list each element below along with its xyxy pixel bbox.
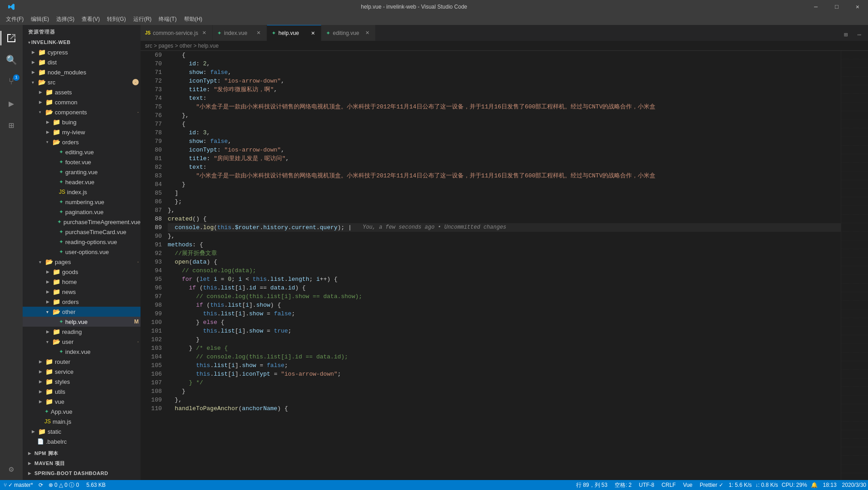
tree-item-header-vue[interactable]: ✦header.vue <box>23 177 141 187</box>
code-lines: { id: 2, show: false, iconTypt: "ios-arr… <box>165 51 841 480</box>
code-line-96: if (this.list[i].id == data.id) { <box>168 284 841 292</box>
maximize-button[interactable]: □ <box>826 0 847 14</box>
tree-item-pages[interactable]: ▾ 📂pages · <box>23 257 141 267</box>
tree-item-assets[interactable]: ▶ 📁assets <box>23 87 141 97</box>
tree-item-index-js[interactable]: JSindex.js <box>23 187 141 197</box>
tree-item-service[interactable]: ▶ 📁service <box>23 367 141 377</box>
activity-extensions[interactable]: ⊞ <box>0 114 22 136</box>
title-bar: help.vue - invelink-web - Visual Studio … <box>0 0 868 14</box>
network-up-label: 1: 5.6 K/s <box>729 482 752 488</box>
menu-select[interactable]: 选择(S) <box>53 15 78 24</box>
tree-item-purchase-agreement-vue[interactable]: ✦purchaseTimeAgreement.vue <box>23 217 141 227</box>
tree-item-home[interactable]: ▶ 📁home <box>23 277 141 287</box>
tab-editing-vue-close[interactable]: ✕ <box>364 29 371 37</box>
tree-item-other[interactable]: ▾ 📂other <box>23 307 141 317</box>
tree-item-granting-vue[interactable]: ✦granting.vue <box>23 167 141 177</box>
tree-item-goods[interactable]: ▶ 📁goods <box>23 267 141 277</box>
status-line-ending[interactable]: CRLF <box>658 480 679 490</box>
breadcrumb-bar: src > pages > other > help.vue <box>141 41 868 51</box>
tree-item-user-options-vue[interactable]: ✦user-options.vue <box>23 247 141 257</box>
tree-section-maven[interactable]: ▶ MAVEN 项目 <box>23 458 141 468</box>
tab-help-vue[interactable]: ✦ help.vue ✕ <box>267 25 321 41</box>
tree-item-footer-vue[interactable]: ✦footer.vue <box>23 157 141 167</box>
status-errors[interactable]: ⊗ 0 △ 0 ⓘ 0 <box>45 480 83 490</box>
minimize-button[interactable]: ─ <box>805 0 826 14</box>
menu-edit[interactable]: 编辑(E) <box>27 15 53 24</box>
tree-item-pagination-vue[interactable]: ✦pagination.vue <box>23 207 141 217</box>
tree-item-utils[interactable]: ▶ 📁utils <box>23 387 141 397</box>
close-button[interactable]: ✕ <box>847 0 868 14</box>
tab-index-vue-close[interactable]: ✕ <box>255 29 262 37</box>
tree-item-reading-options-vue[interactable]: ✦reading-options.vue <box>23 237 141 247</box>
activity-remote[interactable]: ⚙ <box>0 458 22 480</box>
tree-item-dist[interactable]: ▶ 📁dist <box>23 57 141 67</box>
tree-item-news[interactable]: ▶ 📁news <box>23 287 141 297</box>
tree-item-root[interactable]: ▾ INVELINK-WEB <box>23 37 141 47</box>
tree-section-npm[interactable]: ▶ NPM 脚本 <box>23 448 141 458</box>
tree-item-numbering-vue[interactable]: ✦numbering.vue <box>23 197 141 207</box>
tree-item-babelrc[interactable]: 📄.babelrc <box>23 436 141 446</box>
tab-index-vue[interactable]: ✦ index.vue ✕ <box>213 25 267 41</box>
more-actions-icon[interactable]: ⋯ <box>853 28 866 41</box>
status-right: 行 89，列 53 空格: 2 UTF-8 CRLF Vue Prettier … <box>572 480 868 490</box>
breadcrumb: src > pages > other > help.vue <box>145 43 218 49</box>
tree-item-purchase-card-vue[interactable]: ✦purchaseTimeCard.vue <box>23 227 141 237</box>
tree-item-main-js[interactable]: JSmain.js <box>23 416 141 426</box>
status-sync[interactable]: ⟳ <box>37 480 45 490</box>
tree-item-user-index-vue[interactable]: ✦index.vue <box>23 347 141 357</box>
tree-item-cypress[interactable]: ▶ 📁cypress <box>23 47 141 57</box>
status-spaces[interactable]: 空格: 2 <box>611 480 635 490</box>
code-line-93: open(data) { <box>168 258 841 266</box>
menu-goto[interactable]: 转到(G) <box>103 15 129 24</box>
activity-source-control[interactable]: ⑂ 1 <box>0 71 22 93</box>
tree-item-static[interactable]: ▶ 📁static <box>23 426 141 436</box>
tree-item-styles[interactable]: ▶ 📁styles <box>23 377 141 387</box>
tree-item-components[interactable]: ▾ 📂components · <box>23 107 141 117</box>
tab-help-vue-close[interactable]: ✕ <box>309 29 316 37</box>
status-position[interactable]: 行 89，列 53 <box>572 480 611 490</box>
menu-help[interactable]: 帮助(H) <box>180 15 206 24</box>
menu-file[interactable]: 文件(F) <box>2 15 27 24</box>
tree-item-my-iview[interactable]: ▶ 📁my-iview <box>23 127 141 137</box>
sidebar: 资源管理器 ▾ INVELINK-WEB ▶ 📁cypress ▶ 📁dist <box>23 25 141 480</box>
sidebar-content: ▾ INVELINK-WEB ▶ 📁cypress ▶ 📁dist ▶ 📁nod… <box>23 37 141 478</box>
tab-common-service[interactable]: JS common-service.js ✕ <box>141 25 213 41</box>
menu-terminal[interactable]: 终端(T) <box>155 15 180 24</box>
tree-item-help-vue[interactable]: ✦help.vue M <box>23 317 141 327</box>
code-line-103: } /* else { <box>168 344 841 353</box>
code-line-108: } <box>168 387 841 396</box>
menu-view[interactable]: 查看(V) <box>78 15 103 24</box>
status-notification-bell[interactable]: 🔔 <box>809 480 820 490</box>
tree-item-common[interactable]: ▶ 📁common <box>23 97 141 107</box>
tree-item-user[interactable]: ▾ 📂user · <box>23 337 141 347</box>
tree-section-springboot[interactable]: ▶ SPRING-BOOT DASHBOARD <box>23 468 141 478</box>
activity-search[interactable]: 🔍 <box>0 49 22 71</box>
status-encoding[interactable]: UTF-8 <box>635 480 658 490</box>
code-line-73: title: "发你咋微服私访，啊", <box>168 85 841 94</box>
errors-label: ⊗ 0 △ 0 ⓘ 0 <box>48 481 79 489</box>
tree-item-buing[interactable]: ▶ 📁buing <box>23 117 141 127</box>
activity-debug[interactable]: ▶ <box>0 93 22 114</box>
tree-item-orders-comp[interactable]: ▾ 📂orders <box>23 137 141 147</box>
tree-item-vue[interactable]: ▶ 📁vue <box>23 397 141 407</box>
tree-item-app-vue[interactable]: ✦App.vue <box>23 407 141 416</box>
tab-editing-vue[interactable]: ✦ editing.vue ✕ <box>321 25 376 41</box>
tab-common-service-close[interactable]: ✕ <box>200 29 208 37</box>
status-prettier[interactable]: Prettier ✓ <box>696 480 727 490</box>
tree-item-node-modules[interactable]: ▶ 📁node_modules <box>23 67 141 77</box>
split-editor-icon[interactable]: ⊞ <box>839 28 852 41</box>
status-filesize[interactable]: 5.63 KB <box>82 480 109 490</box>
tree-item-src[interactable]: ▾ 📂src · <box>23 77 141 87</box>
tree-item-reading[interactable]: ▶ 📁reading <box>23 327 141 337</box>
tree-item-orders-page[interactable]: ▶ 📁orders <box>23 297 141 307</box>
code-content[interactable]: 69 70 71 72 73 74 75 76 77 78 79 80 81 8… <box>141 51 868 480</box>
status-language[interactable]: Vue <box>679 480 696 490</box>
tree-item-editing-vue[interactable]: ✦editing.vue <box>23 147 141 157</box>
tree-item-router[interactable]: ▶ 📁router <box>23 357 141 367</box>
position-label: 行 89，列 53 <box>576 481 607 489</box>
code-editor: src > pages > other > help.vue 69 70 71 … <box>141 41 868 480</box>
activity-explorer[interactable] <box>0 27 22 49</box>
code-line-82: text: <box>168 163 841 172</box>
menu-run[interactable]: 运行(R) <box>130 15 155 24</box>
status-git-branch[interactable]: ⑂ ✓ master* <box>0 480 37 490</box>
